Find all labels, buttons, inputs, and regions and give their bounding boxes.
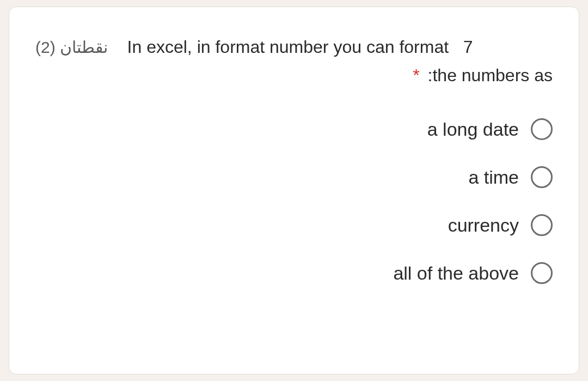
option-label: currency [448,215,519,236]
question-number: 7 [463,37,473,57]
option-label: a time [468,167,519,188]
option-a-long-date[interactable]: a long date [35,118,553,140]
option-label: all of the above [393,263,519,284]
question-text-part1: In excel, in format number you can forma… [127,37,449,57]
question-line-2: * :the numbers as [35,65,553,86]
option-all-of-the-above[interactable]: all of the above [35,262,553,284]
option-currency[interactable]: currency [35,214,553,236]
radio-icon [531,262,553,284]
options-group: a long date a time currency all of the a… [35,118,553,358]
question-line-1: نقطتان (2) In excel, in format number yo… [35,33,553,61]
option-a-time[interactable]: a time [35,166,553,188]
question-points: نقطتان (2) [35,38,108,56]
question-text-part2: :the numbers as [428,65,553,85]
option-label: a long date [427,119,519,140]
radio-icon [531,214,553,236]
radio-icon [531,166,553,188]
required-marker: * [413,65,419,85]
question-card: نقطتان (2) In excel, in format number yo… [9,7,579,374]
radio-icon [531,118,553,140]
question-block: نقطتان (2) In excel, in format number yo… [35,33,553,86]
